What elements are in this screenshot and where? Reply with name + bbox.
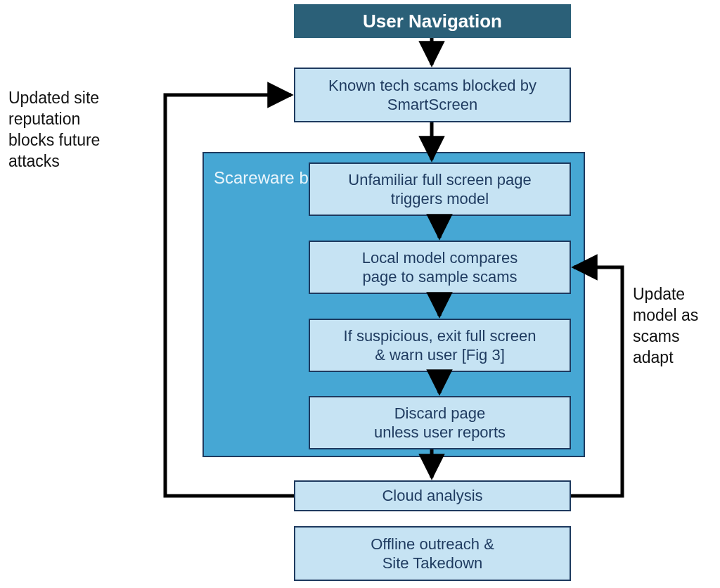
node-label-line: Unfamiliar full screen page — [348, 170, 531, 190]
annotation-line: attacks — [8, 152, 60, 170]
annotation-line: reputation — [8, 110, 80, 128]
node-smartscreen: Known tech scams blocked by SmartScreen — [294, 68, 571, 122]
node-compare-scams: Local model compares page to sample scam… — [309, 241, 571, 294]
flow-diagram: User Navigation Known tech scams blocked… — [0, 0, 720, 588]
node-cloud-analysis: Cloud analysis — [294, 480, 571, 511]
node-label-line: Offline outreach & — [371, 535, 494, 554]
node-label-line: triggers model — [348, 189, 531, 209]
node-label-line: Local model compares — [362, 248, 518, 268]
node-discard-page: Discard page unless user reports — [309, 396, 571, 449]
annotation-line: model as — [633, 306, 698, 324]
node-label-line: Site Takedown — [371, 554, 494, 573]
node-label-line: SmartScreen — [328, 95, 536, 115]
annotation-line: Update — [633, 285, 685, 303]
node-offline-outreach: Offline outreach & Site Takedown — [294, 526, 571, 581]
annotation-line: scams — [633, 327, 679, 345]
node-label-line: Discard page — [374, 404, 506, 423]
annotation-line: adapt — [633, 348, 674, 366]
node-label-line: If suspicious, exit full screen — [344, 326, 536, 346]
node-warn-user: If suspicious, exit full screen & warn u… — [309, 319, 571, 372]
node-label: Cloud analysis — [382, 486, 482, 506]
node-label-line: Known tech scams blocked by — [328, 76, 536, 96]
node-trigger-model: Unfamiliar full screen page triggers mod… — [309, 162, 571, 216]
annotation-line: blocks future — [8, 131, 100, 149]
annotation-line: Updated site — [8, 89, 99, 107]
node-label-line: page to sample scams — [362, 267, 518, 287]
node-user-navigation: User Navigation — [294, 4, 571, 38]
group-label-line: Scareware — [214, 168, 295, 187]
node-label-line: & warn user [Fig 3] — [344, 345, 536, 365]
node-label-line: unless user reports — [374, 423, 506, 442]
node-label: User Navigation — [363, 10, 502, 33]
annotation-right-feedback: Update model as scams adapt — [633, 284, 717, 369]
annotation-left-feedback: Updated site reputation blocks future at… — [8, 88, 128, 172]
